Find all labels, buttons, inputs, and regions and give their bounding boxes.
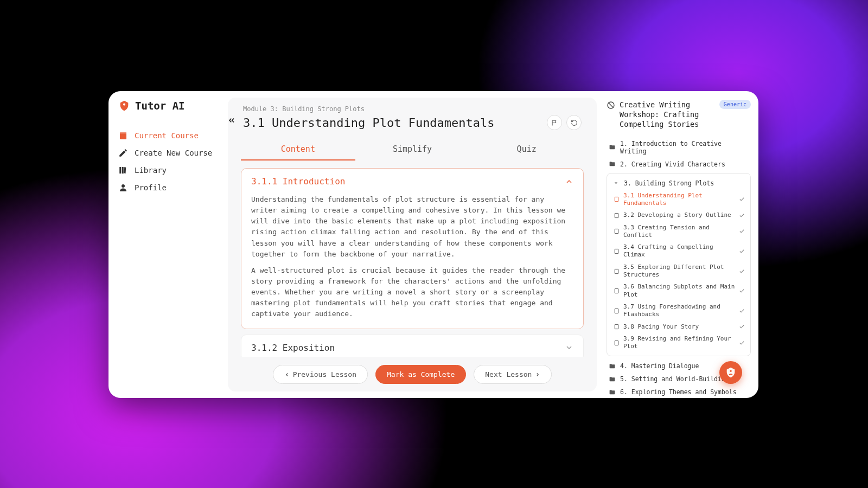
main-header: Module 3: Building Strong Plots 3.1 Unde…	[228, 105, 597, 130]
file-icon	[614, 228, 620, 234]
svg-rect-10	[615, 269, 618, 273]
svg-rect-11	[615, 289, 618, 293]
header-actions	[547, 115, 582, 130]
lesson-label: 3.5 Exploring Different Plot Structures	[623, 264, 735, 279]
file-icon	[614, 268, 620, 274]
svg-rect-9	[615, 249, 618, 253]
prev-label: Previous Lesson	[293, 370, 356, 378]
lesson-row[interactable]: 3.6 Balancing Subplots and Main Plot	[610, 281, 747, 301]
footer-nav: Previous Lesson Mark as Complete Next Le…	[228, 357, 597, 384]
chevron-down-icon	[565, 177, 573, 186]
body-paragraph: Understanding the fundamentals of plot s…	[251, 194, 573, 260]
lesson-label: 3.6 Balancing Subplots and Main Plot	[623, 283, 735, 299]
svg-rect-8	[615, 229, 618, 234]
course-header: Creative Writing Workshop: Crafting Comp…	[607, 100, 751, 130]
flag-button[interactable]	[547, 115, 562, 130]
file-icon	[614, 308, 620, 314]
person-icon	[118, 183, 128, 192]
shield-icon	[118, 100, 130, 112]
check-icon	[739, 196, 745, 202]
svg-rect-7	[615, 213, 618, 217]
lesson-row[interactable]: 3.2 Developing a Story Outline	[610, 209, 747, 221]
collapse-sidebar-button[interactable]	[226, 114, 238, 126]
lesson-label: 3.1 Understanding Plot Fundamentals	[623, 192, 735, 208]
lesson-label: 3.9 Revising and Refining Your Plot	[623, 335, 735, 351]
body-paragraph: A well-structured plot is crucial becaus…	[251, 265, 573, 320]
course-title: Creative Writing Workshop: Crafting Comp…	[620, 100, 715, 130]
next-lesson-button[interactable]: Next Lesson	[474, 365, 552, 384]
brand-name: Tutor AI	[135, 100, 185, 112]
section-1: 3.1.2 Exposition	[241, 335, 584, 357]
lesson-row[interactable]: 3.5 Exploring Different Plot Structures	[610, 261, 747, 281]
refresh-button[interactable]	[566, 115, 582, 130]
brand: Tutor AI	[118, 100, 218, 112]
nav-label: Create New Course	[135, 149, 212, 157]
caret-down-icon	[612, 179, 620, 187]
next-label: Next Lesson	[485, 370, 532, 378]
books-icon	[118, 165, 128, 175]
book-icon	[118, 131, 128, 140]
check-icon	[739, 324, 745, 330]
previous-lesson-button[interactable]: Previous Lesson	[273, 365, 368, 384]
lesson-label: 3.4 Crafting a Compelling Climax	[623, 243, 735, 259]
check-icon	[739, 248, 745, 254]
module-row[interactable]: 6. Exploring Themes and Symbols	[607, 386, 751, 398]
section-header[interactable]: 3.1.1 Introduction	[241, 169, 583, 194]
nav-item-profile[interactable]: Profile	[118, 179, 218, 196]
tab-simplify[interactable]: Simplify	[355, 139, 470, 160]
lesson-row[interactable]: 3.4 Crafting a Compelling Climax	[610, 241, 747, 261]
module-row[interactable]: 2. Creating Vivid Characters	[607, 158, 751, 171]
tab-content[interactable]: Content	[241, 139, 355, 160]
mark-complete-button[interactable]: Mark as Complete	[375, 365, 466, 384]
tab-quiz[interactable]: Quiz	[469, 139, 584, 160]
folder-icon	[609, 144, 616, 151]
tabs: Content Simplify Quiz	[228, 139, 597, 160]
content-scroll[interactable]: 3.1.1 IntroductionUnderstanding the fund…	[228, 160, 597, 357]
help-fab-button[interactable]	[719, 361, 742, 384]
check-icon	[739, 288, 745, 294]
globe-slash-icon	[607, 101, 615, 110]
file-icon	[614, 196, 620, 202]
chevron-down-icon	[565, 343, 573, 352]
check-icon	[739, 213, 745, 219]
app-window: Tutor AI Current CourseCreate New Course…	[108, 91, 758, 398]
nav-label: Profile	[135, 183, 167, 192]
lesson-label: 3.2 Developing a Story Outline	[623, 211, 735, 219]
lesson-row[interactable]: 3.3 Creating Tension and Conflict	[610, 222, 747, 242]
module-breadcrumb: Module 3: Building Strong Plots	[243, 105, 582, 113]
complete-label: Mark as Complete	[387, 370, 455, 378]
svg-rect-6	[615, 197, 618, 202]
nav-item-library[interactable]: Library	[118, 162, 218, 179]
module-label: 1. Introduction to Creative Writing	[620, 140, 749, 155]
module-row[interactable]: 3. Building Strong Plots	[610, 177, 747, 190]
section-header[interactable]: 3.1.2 Exposition	[241, 335, 583, 357]
file-icon	[614, 288, 620, 294]
sidebar-right: Creative Writing Workshop: Crafting Comp…	[601, 91, 758, 398]
lesson-row[interactable]: 3.1 Understanding Plot Fundamentals	[610, 190, 747, 210]
lesson-row[interactable]: 3.8 Pacing Your Story	[610, 321, 747, 333]
nav-item-create-new-course[interactable]: Create New Course	[118, 144, 218, 162]
folder-icon	[609, 363, 616, 370]
module-label: 4. Mastering Dialogue	[620, 362, 699, 370]
folder-icon	[609, 389, 616, 396]
check-icon	[739, 308, 745, 314]
sidebar-left: Tutor AI Current CourseCreate New Course…	[108, 91, 228, 398]
check-icon	[739, 228, 745, 234]
nav-item-current-course[interactable]: Current Course	[118, 127, 218, 144]
svg-point-4	[122, 184, 125, 188]
lesson-row[interactable]: 3.7 Using Foreshadowing and Flashbacks	[610, 301, 747, 321]
lesson-label: 3.7 Using Foreshadowing and Flashbacks	[623, 303, 735, 319]
module-row[interactable]: 1. Introduction to Creative Writing	[607, 137, 751, 158]
section-body: Understanding the fundamentals of plot s…	[241, 194, 583, 329]
section-0: 3.1.1 IntroductionUnderstanding the fund…	[241, 168, 584, 329]
svg-rect-14	[615, 341, 618, 345]
nav-label: Current Course	[135, 131, 199, 140]
lesson-row[interactable]: 3.9 Revising and Refining Your Plot	[610, 333, 747, 353]
check-icon	[739, 340, 745, 346]
svg-rect-13	[615, 325, 618, 329]
file-icon	[614, 324, 620, 330]
svg-rect-12	[615, 309, 618, 313]
lesson-title: 3.1 Understanding Plot Fundamentals	[243, 116, 495, 130]
module-label: 5. Setting and World-Building	[620, 375, 729, 383]
file-icon	[614, 248, 620, 254]
